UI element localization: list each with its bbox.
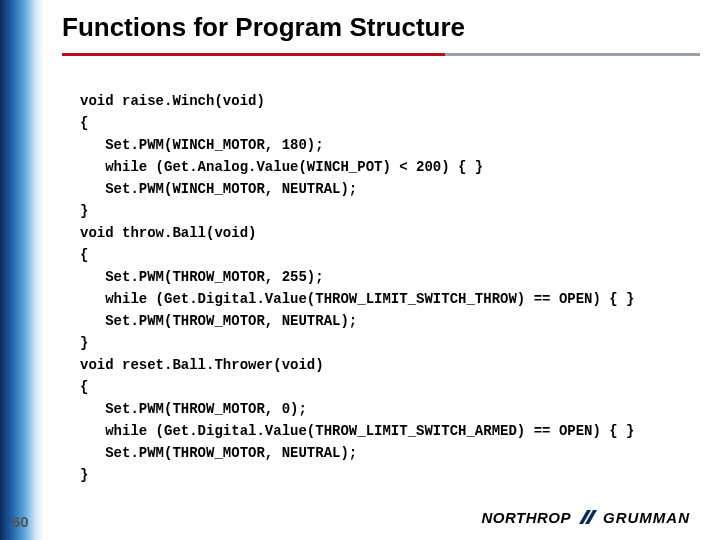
slide: Functions for Program Structure void rai… <box>0 0 720 540</box>
page-number: 60 <box>12 513 29 530</box>
left-accent-bar <box>0 0 44 540</box>
title-underline <box>62 53 700 56</box>
logo-primary-text: NORTHROP <box>481 509 571 526</box>
code-block: void raise.Winch(void) { Set.PWM(WINCH_M… <box>80 90 700 486</box>
footer-logo: NORTHROP GRUMMAN <box>481 508 690 526</box>
slide-title: Functions for Program Structure <box>62 12 700 49</box>
title-area: Functions for Program Structure <box>62 12 700 56</box>
logo-secondary-text: GRUMMAN <box>603 509 690 526</box>
logo-slash-icon <box>577 508 597 526</box>
